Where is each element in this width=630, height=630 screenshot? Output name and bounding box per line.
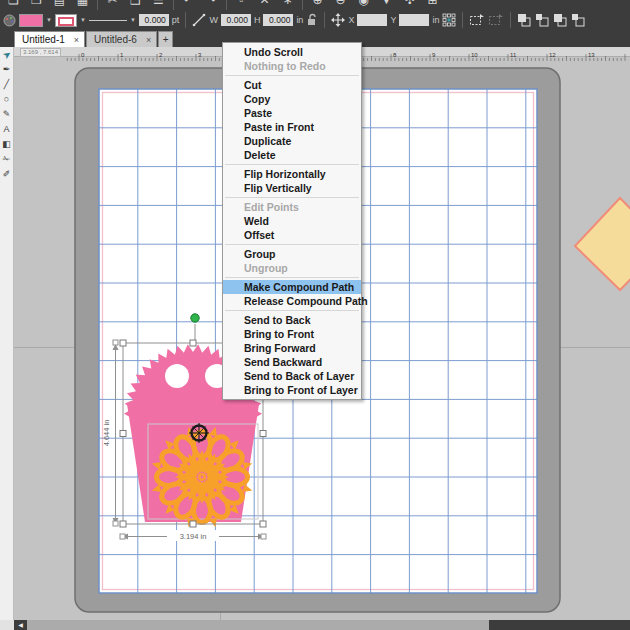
scrollbar-track[interactable] [489,620,630,630]
print-icon[interactable]: ▦ [71,0,94,10]
new-file-icon[interactable]: ❏ [2,0,25,10]
menu-item-cut[interactable]: Cut [223,78,361,92]
svg-text:8: 8 [393,52,397,58]
tool-palette: ➤✒╱○✎A◧✁✐ [0,47,14,620]
y-field[interactable] [399,14,429,26]
pos-unit-label: in [432,15,439,25]
main-toolbar: ❏❐▤▦✂❑☰↶↷▫✕∗⊕⊖◉▼✣⊞ [0,0,630,10]
menu-item-paste-in-front[interactable]: Paste in Front [223,120,361,134]
menu-item-send-to-back-of-layer[interactable]: Send to Back of Layer [223,369,361,383]
svg-text:3: 3 [198,52,202,58]
cursor-position-readout: 3.169 , 7.614 [20,48,61,57]
zoom-out-icon[interactable]: ⊖ [329,0,352,10]
menu-separator [225,244,359,245]
send-backward-icon[interactable] [571,13,586,27]
menu-item-copy[interactable]: Copy [223,92,361,106]
menu-item-weld[interactable]: Weld [223,214,361,228]
cut-icon[interactable]: ✂ [101,0,124,10]
selection-handle[interactable] [120,521,126,527]
eraser-tool[interactable]: ◧ [0,137,14,152]
menu-item-flip-vertically[interactable]: Flip Vertically [223,181,361,195]
lock-aspect-icon[interactable] [306,13,318,27]
knife-tool[interactable]: ✁ [0,152,14,167]
send-to-back-icon[interactable] [553,13,568,27]
stroke-width-unit-label: pt [172,15,180,25]
width-dimension-label: 3.194 in [180,532,207,541]
menu-item-release-compound-path[interactable]: Release Compound Path [223,294,361,308]
undo-icon[interactable]: ↶ [177,0,200,10]
eyedropper-tool[interactable]: ✐ [0,167,14,182]
fill-color-swatch[interactable] [19,14,43,27]
menu-item-paste[interactable]: Paste [223,106,361,120]
transform-disabled-icon [488,13,504,27]
menu-item-bring-to-front-of-layer[interactable]: Bring to Front of Layer [223,383,361,397]
stroke-width-field[interactable]: 0.000 [139,14,169,26]
tab-untitled-1[interactable]: Untitled-1× [14,31,85,47]
move-icon [331,13,345,27]
x-field[interactable] [357,14,387,26]
text-tool[interactable]: A [0,122,14,137]
menu-item-flip-horizontally[interactable]: Flip Horizontally [223,167,361,181]
horizontal-scrollbar[interactable]: ◀ [0,620,630,630]
selection-handle[interactable] [120,431,126,437]
menu-item-make-compound-path[interactable]: Make Compound Path [223,280,361,294]
width-field[interactable]: 0.000 [221,14,251,26]
rotation-handle[interactable] [191,314,199,322]
selection-handle[interactable] [260,431,266,437]
menu-separator [225,310,359,311]
free-transform-icon[interactable] [469,13,485,27]
tab-untitled-6[interactable]: Untitled-6× [86,31,157,47]
origin-icon[interactable]: ⊞ [421,0,444,10]
deselect-icon[interactable]: ✕ [253,0,276,10]
redo-icon[interactable]: ↷ [200,0,223,10]
pan-hand-icon[interactable]: ✣ [398,0,421,10]
color-palette-icon[interactable] [3,14,16,27]
select-all-icon[interactable]: ▫ [230,0,253,10]
selection-handle[interactable] [260,521,266,527]
fill-dropdown-caret[interactable]: ▼ [46,17,52,23]
menu-item-bring-to-front[interactable]: Bring to Front [223,327,361,341]
menu-item-send-to-back[interactable]: Send to Back [223,313,361,327]
new-tab-button[interactable]: + [158,31,173,47]
stroke-dropdown-caret[interactable]: ▼ [80,17,86,23]
menu-item-offset[interactable]: Offset [223,228,361,242]
menu-item-bring-forward[interactable]: Bring Forward [223,341,361,355]
tab-close-icon[interactable]: × [74,35,79,45]
anchor-point-grid-icon[interactable] [442,13,456,27]
bring-to-front-icon[interactable] [517,13,532,27]
scroll-left-button[interactable]: ◀ [14,620,27,630]
menu-item-send-backward[interactable]: Send Backward [223,355,361,369]
scrollbar-corner-pad [0,620,14,630]
paste-icon[interactable]: ❑ [124,0,147,10]
line-tool[interactable]: ╱ [0,77,14,92]
height-field[interactable]: 0.000 [263,14,293,26]
save-icon[interactable]: ▤ [48,0,71,10]
line-style-preview[interactable] [89,20,127,21]
tab-label: Untitled-6 [94,34,137,45]
selection-handle[interactable] [190,340,196,346]
menu-item-delete[interactable]: Delete [223,148,361,162]
bring-forward-icon[interactable] [535,13,550,27]
pencil-tool[interactable]: ✎ [0,107,14,122]
menu-item-duplicate[interactable]: Duplicate [223,134,361,148]
line-style-caret[interactable]: ▼ [130,17,136,23]
toolbar-separator [226,0,227,10]
scrollbar-thumb[interactable] [27,620,489,630]
zoom-in-icon[interactable]: ⊕ [306,0,329,10]
open-file-icon[interactable]: ❐ [25,0,48,10]
svg-text:2: 2 [159,52,163,58]
menu-separator [225,75,359,76]
zoom-menu-icon[interactable]: ▼ [375,0,398,10]
shape-tool[interactable]: ○ [0,92,14,107]
menu-item-undo-scroll[interactable]: Undo Scroll [223,45,361,59]
document-list-icon[interactable]: ☰ [147,0,170,10]
zoom-selection-icon[interactable]: ◉ [352,0,375,10]
selection-handle[interactable] [120,340,126,346]
selection-handle[interactable] [190,521,196,527]
pen-tool[interactable]: ✒ [0,62,14,77]
app-window: 4.644 in 3.194 in ❏❐▤▦✂❑☰↶↷▫✕∗⊕⊖◉▼✣⊞ ▼ ▼… [0,0,630,630]
stroke-color-swatch[interactable] [55,14,77,27]
lasso-icon[interactable]: ∗ [276,0,299,10]
tab-close-icon[interactable]: × [146,35,151,45]
menu-item-group[interactable]: Group [223,247,361,261]
